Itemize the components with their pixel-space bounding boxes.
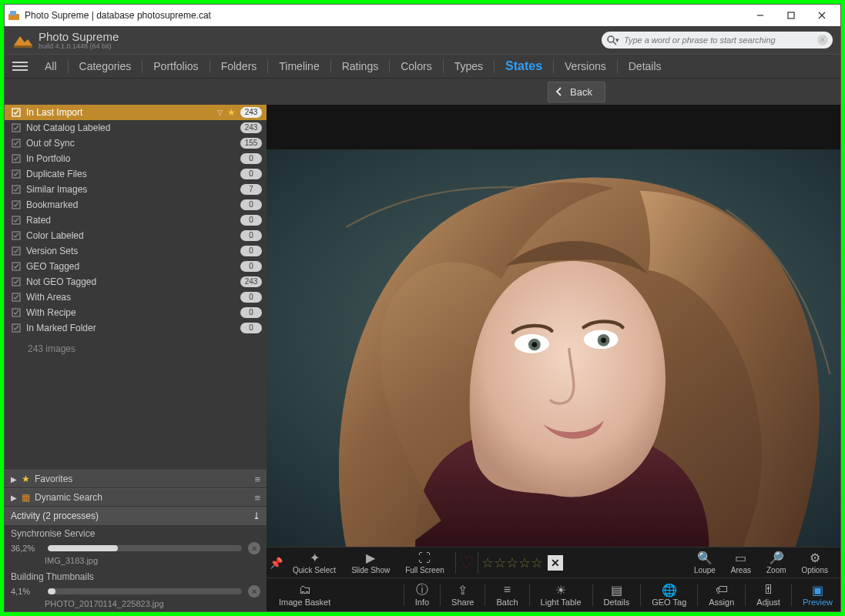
process-1-file: IMG_3183.jpg: [5, 556, 267, 568]
checkbox-icon: [11, 107, 22, 118]
rating-stars[interactable]: ☆☆☆☆☆: [481, 554, 543, 571]
sidebar-item-label: Version Sets: [26, 246, 236, 256]
process-1-cancel[interactable]: ✕: [248, 542, 260, 554]
preview-button[interactable]: ▣Preview: [795, 578, 840, 611]
preview-photo: [267, 149, 840, 547]
tab-portfolios[interactable]: Portfolios: [143, 55, 209, 78]
tab-states[interactable]: States: [495, 55, 553, 78]
count-badge: 0: [240, 215, 262, 226]
clear-search-icon[interactable]: ✕: [817, 35, 828, 45]
share-icon: ⇪: [458, 583, 468, 597]
checkbox-icon: [11, 246, 22, 256]
full-screen-button[interactable]: ⛶Full Screen: [397, 547, 452, 578]
sidebar-item-out-of-sync[interactable]: Out of Sync155: [5, 136, 267, 151]
sidebar-item-similar-images[interactable]: Similar Images7: [5, 182, 267, 197]
loupe-button[interactable]: 🔍Loupe: [686, 547, 723, 578]
details-button[interactable]: ▤Details: [596, 578, 638, 611]
sidebar-item-version-sets[interactable]: Version Sets0: [5, 243, 267, 259]
sidebar-item-label: Rated: [26, 215, 236, 226]
app-header: Photo Supreme build 4.1.0.1448 (64 bit) …: [5, 26, 840, 54]
basket-icon: 🗂: [299, 583, 311, 597]
tab-versions[interactable]: Versions: [554, 55, 617, 78]
tab-types[interactable]: Types: [444, 55, 494, 78]
star-icon: ★: [227, 107, 236, 118]
dynamic-search-panel[interactable]: ▶ ▦ Dynamic Search ≡: [5, 488, 267, 507]
tag-icon: 🏷: [716, 583, 728, 597]
count-badge: 0: [240, 246, 262, 256]
menu-icon[interactable]: ≡: [254, 474, 260, 485]
checkbox-icon: [11, 199, 22, 210]
search-bar[interactable]: ▾ ✕: [602, 32, 833, 49]
checkbox-icon: [11, 122, 22, 133]
light-table-button[interactable]: ☀Light Table: [533, 578, 589, 611]
tab-categories[interactable]: Categories: [69, 55, 143, 78]
sidebar-item-in-last-import[interactable]: In Last Import▽★243: [5, 105, 267, 120]
slide-show-button[interactable]: ▶Slide Show: [344, 547, 397, 578]
menu-icon[interactable]: ≡: [254, 492, 260, 504]
process-2-cancel[interactable]: ✕: [248, 585, 260, 598]
activity-header[interactable]: Activity (2 processes) ⤓: [5, 507, 267, 525]
maximize-button[interactable]: [776, 5, 806, 26]
batch-button[interactable]: ≡Batch: [488, 578, 525, 611]
image-basket-button[interactable]: 🗂Image Basket: [267, 578, 338, 611]
search-input[interactable]: [619, 35, 817, 45]
options-button[interactable]: ⚙Options: [794, 547, 836, 578]
collapse-icon[interactable]: ⤓: [253, 511, 260, 521]
sidebar-item-color-labeled[interactable]: Color Labeled0: [5, 228, 267, 243]
count-badge: 0: [240, 230, 262, 241]
hamburger-button[interactable]: [12, 62, 28, 71]
batch-icon: ≡: [504, 583, 511, 597]
sidebar-item-with-recipe[interactable]: With Recipe0: [5, 305, 267, 320]
info-button[interactable]: ⓘInfo: [407, 578, 437, 611]
chevron-left-icon: [555, 87, 564, 96]
favorite-heart[interactable]: ♡: [459, 553, 474, 573]
favorites-panel[interactable]: ▶ ★ Favorites ≡: [5, 470, 267, 488]
sidebar-item-rated[interactable]: Rated0: [5, 213, 267, 228]
tab-all[interactable]: All: [34, 55, 68, 78]
sidebar-item-with-areas[interactable]: With Areas0: [5, 290, 267, 305]
geo-tag-button[interactable]: 🌐GEO Tag: [644, 578, 694, 611]
sidebar-item-duplicate-files[interactable]: Duplicate Files0: [5, 166, 267, 182]
areas-button[interactable]: ▭Areas: [723, 547, 759, 578]
globe-icon: 🌐: [662, 583, 677, 597]
tab-ratings[interactable]: Ratings: [331, 55, 389, 78]
pin-icon[interactable]: 📌: [267, 557, 285, 569]
tab-colors[interactable]: Colors: [390, 55, 442, 78]
sidebar-item-geo-tagged[interactable]: GEO Tagged0: [5, 259, 267, 274]
activity-label: Activity (2 processes): [11, 511, 99, 521]
details-icon: ▤: [611, 583, 622, 597]
image-viewer[interactable]: [267, 149, 840, 547]
build-line: build 4.1.0.1448 (64 bit): [39, 42, 119, 50]
image-count: 243 images: [5, 336, 267, 362]
reject-button[interactable]: ✕: [548, 555, 563, 571]
sidebar-item-label: With Areas: [26, 292, 236, 303]
zoom-button[interactable]: 🔎Zoom: [759, 547, 794, 578]
tab-folders[interactable]: Folders: [210, 55, 268, 78]
sidebar-item-not-catalog-labeled[interactable]: Not Catalog Labeled243: [5, 120, 267, 136]
sidebar-item-label: Color Labeled: [26, 230, 236, 241]
checkbox-icon: [11, 307, 22, 318]
tab-timeline[interactable]: Timeline: [268, 55, 330, 78]
adjust-button[interactable]: 🎚Adjust: [749, 578, 788, 611]
sidebar-item-bookmarked[interactable]: Bookmarked0: [5, 197, 267, 213]
chevron-down-icon: ▽: [217, 109, 223, 116]
process-1-pct: 36,2%: [11, 544, 42, 553]
sidebar-item-not-geo-tagged[interactable]: Not GEO Tagged243: [5, 274, 267, 290]
close-button[interactable]: [806, 5, 837, 26]
process-2-name: Building Thumbnails: [5, 568, 267, 584]
window-title: Photo Supreme | database photosupreme.ca…: [25, 10, 211, 21]
minimize-button[interactable]: [745, 5, 776, 26]
count-badge: 0: [240, 153, 262, 164]
assign-button[interactable]: 🏷Assign: [701, 578, 742, 611]
process-2-pct: 4,1%: [11, 587, 42, 596]
preview-icon: ▣: [812, 583, 823, 597]
back-button[interactable]: Back: [548, 82, 605, 102]
quick-select-button[interactable]: ✦Quick Select: [285, 547, 344, 578]
tab-details[interactable]: Details: [618, 55, 672, 78]
share-button[interactable]: ⇪Share: [444, 578, 481, 611]
nav-tabs: All Categories Portfolios Folders Timeli…: [5, 54, 840, 79]
svg-point-30: [601, 338, 606, 343]
sidebar-item-in-portfolio[interactable]: In Portfolio0: [5, 151, 267, 166]
sidebar-item-in-marked-folder[interactable]: In Marked Folder0: [5, 320, 267, 336]
sidebar-item-label: Bookmarked: [26, 199, 236, 210]
